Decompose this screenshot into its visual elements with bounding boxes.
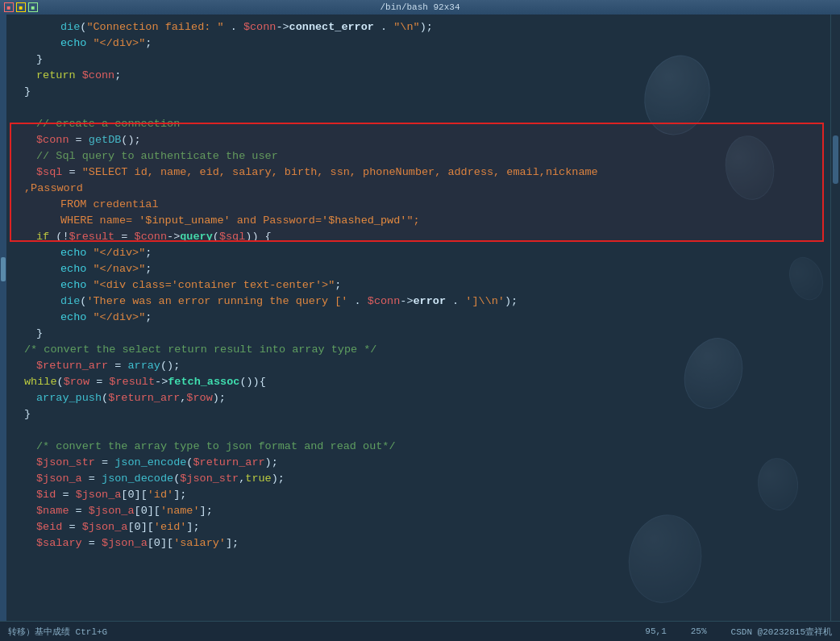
code-line-8: $conn = getDB(); [12, 132, 840, 148]
status-right-group: 95,1 25% CSDN @20232815壹祥机 [645, 626, 832, 638]
code-line-22: $return_arr = array(); [12, 358, 840, 374]
zoom-level: 25% [691, 626, 707, 636]
code-line-29: $json_a = json_decode($json_str,true); [12, 471, 840, 487]
code-line-15: echo "</div>"; [12, 245, 840, 261]
title-bar-buttons: ■ ■ ■ [4, 2, 38, 12]
code-line-20: } [12, 326, 840, 342]
code-line-26 [12, 422, 840, 439]
window-title: /bin/bash 92x34 [380, 2, 460, 12]
code-line-11: ,Password [12, 181, 840, 197]
code-line-12: FROM credential [12, 197, 840, 213]
attribution: CSDN @20232815壹祥机 [731, 626, 832, 638]
code-line-5: } [12, 84, 840, 100]
code-line-17: echo "<div class='container text-center'… [12, 277, 840, 293]
code-line-10: $sql = "SELECT id, name, eid, salary, bi… [12, 164, 840, 181]
editor-container: die("Connection failed: " . $conn->conne… [0, 15, 840, 621]
code-line-19: echo "</div>"; [12, 310, 840, 326]
code-line-4: return $conn; [12, 68, 840, 84]
left-scrollbar[interactable] [0, 15, 6, 621]
code-line-6 [12, 100, 840, 116]
maximize-button[interactable]: ■ [28, 2, 38, 12]
left-scrollbar-thumb[interactable] [1, 257, 6, 281]
code-line-3: } [12, 52, 840, 68]
code-line-32: $eid = $json_a[0]['eid']; [12, 519, 840, 535]
code-line-28: $json_str = json_encode($return_arr); [12, 455, 840, 471]
code-line-31: $name = $json_a[0]['name']; [12, 503, 840, 519]
code-line-30: $id = $json_a[0]['id']; [12, 487, 840, 503]
code-line-33: $salary = $json_a[0]['salary']; [12, 535, 840, 552]
code-line-18: die('There was an error running the quer… [12, 293, 840, 310]
title-bar: ■ ■ ■ /bin/bash 92x34 [0, 0, 840, 15]
code-line-27: /* convert the array type to json format… [12, 439, 840, 455]
code-line-25: } [12, 406, 840, 422]
code-line-24: array_push($return_arr,$row); [12, 390, 840, 406]
code-line-21: /* convert the select return result into… [12, 342, 840, 358]
code-line-1: die("Connection failed: " . $conn->conne… [12, 19, 840, 35]
code-area: die("Connection failed: " . $conn->conne… [0, 15, 840, 556]
status-bar: 转移）基中成绩 Ctrl+G 95,1 25% CSDN @20232815壹祥… [0, 621, 840, 641]
right-scrollbar[interactable] [830, 15, 840, 621]
code-line-9: // Sql query to authenticate the user [12, 148, 840, 164]
right-scrollbar-thumb[interactable] [833, 135, 838, 184]
code-line-7: // create a connection [12, 116, 840, 132]
status-left-text: 转移）基中成绩 Ctrl+G [8, 626, 107, 638]
code-line-14: if (!$result = $conn->query($sql)) { [12, 229, 840, 245]
close-button[interactable]: ■ [4, 2, 14, 12]
code-line-13: WHERE name= '$input_uname' and Password=… [12, 213, 840, 229]
cursor-position: 95,1 [645, 626, 666, 636]
code-line-16: echo "</nav>"; [12, 261, 840, 277]
code-line-2: echo "</div>"; [12, 35, 840, 52]
code-line-23: while($row = $result->fetch_assoc()){ [12, 374, 840, 390]
minimize-button[interactable]: ■ [16, 2, 26, 12]
